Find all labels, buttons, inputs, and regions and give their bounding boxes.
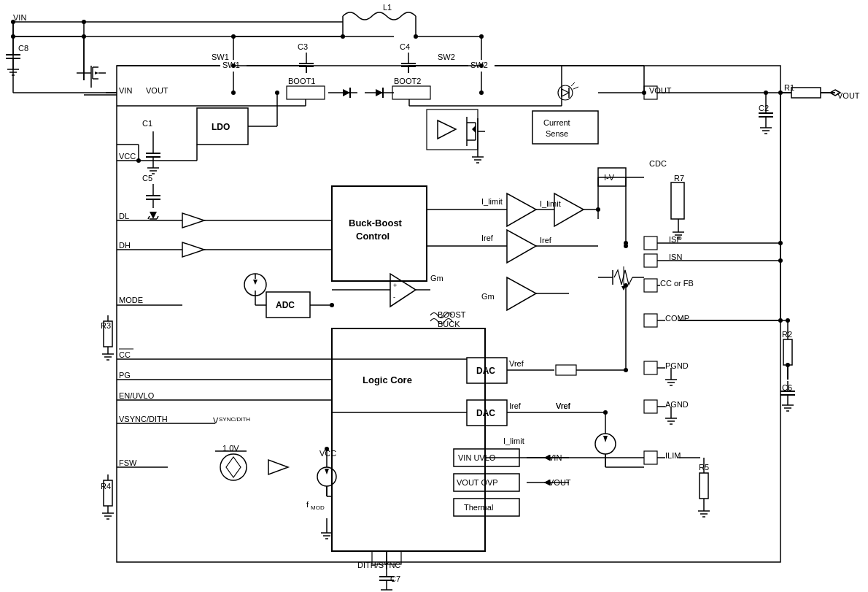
c1-label: C1 [142,119,152,128]
ilimit-label: I_limit [481,197,503,206]
pg-label: PG [119,371,131,380]
buck-boost-label: Buck-Boost [349,218,403,228]
vref2-text: Vref [556,401,571,410]
dac2-label: DAC [476,408,495,418]
sense-label: Sense [546,129,568,138]
gm1-label: Gm [430,274,443,282]
svg-point-296 [330,303,334,307]
c5-label: C5 [142,174,152,182]
iref-right: Iref [540,236,552,245]
boot2-label: BOOT2 [394,77,421,85]
svg-point-261 [778,91,783,95]
svg-point-218 [479,91,484,95]
svg-point-307 [231,64,236,68]
svg-point-312 [479,64,484,68]
dith-sync-label: DITH/SYNC [357,561,400,569]
svg-text:MOD: MOD [311,504,325,511]
adc-label: ADC [276,300,295,310]
ilimit-right: I_limit [540,199,561,208]
svg-point-287 [624,283,628,288]
svg-point-219 [764,91,768,95]
en-uvlo-label: EN/UVLO [119,391,155,400]
i-limit2-label: I_limit [503,437,524,445]
r7-label: R7 [674,174,684,182]
dh-label: DH [119,241,131,250]
pgnd-label: PGND [665,361,689,370]
iref2-label: Iref [509,401,522,410]
logic-core-label: Logic Core [363,374,412,385]
comp-label: COMP [665,314,689,323]
iref-label: Iref [481,234,494,242]
vin-pin-label: VIN [119,86,132,95]
agnd-label: AGND [665,400,689,409]
ilim-label: ILIM [665,451,681,460]
c2-label: C2 [759,104,769,112]
svg-point-252 [596,207,600,212]
sw2-text: SW2 [470,61,488,69]
mode-label: MODE [119,296,143,304]
isn-label: ISN [669,253,682,261]
svg-point-294 [341,34,345,39]
vout-near-ldo: VOUT [146,86,168,95]
r3-label: R3 [101,321,111,330]
thermal-label: Thermal [464,503,493,512]
gm2-label: Gm [481,292,495,301]
svg-point-242 [275,91,279,95]
vcc-label: VCC [119,152,136,161]
cdc-label: CDC [649,159,667,168]
control-label: Control [356,231,390,242]
svg-point-263 [786,318,790,323]
svg-point-257 [778,241,783,245]
vin-label: VIN [13,13,26,22]
isp-label: ISP [669,235,682,244]
vout-pin-label: VOUT [649,86,672,95]
r2-label: R2 [782,330,792,339]
l1-label: L1 [383,3,392,12]
boot1-label: BOOT1 [288,77,315,85]
ldo-label: LDO [212,122,230,132]
svg-point-293 [414,34,418,39]
svg-point-258 [778,258,783,263]
dac1-label: DAC [476,366,495,376]
fsw-label: FSW [119,458,137,467]
r4-label: R4 [101,482,111,491]
svg-point-269 [325,447,329,451]
vref1-label: Vref [509,359,524,368]
svg-point-295 [231,91,236,95]
svg-point-318 [642,91,646,95]
vsync-left: VSYNC/DITH [119,415,168,423]
svg-point-297 [624,244,628,248]
svg-text:-: - [393,293,395,301]
dl-label: DL [119,212,129,220]
c7-label: C7 [390,574,400,583]
svg-point-265 [786,363,790,367]
current-sense-label: Current [543,118,570,127]
svg-text:+: + [393,282,397,289]
sw1-text: SW1 [222,61,240,69]
svg-point-322 [11,20,15,24]
cc-or-fb-label: CC or FB [660,279,694,288]
svg-text:SYNC/DITH: SYNC/DITH [219,416,250,423]
c4-label: C4 [400,42,410,51]
cc-label: CC [119,350,131,359]
c3-label: C3 [298,42,308,51]
c8-label: C8 [18,44,28,53]
svg-point-298 [603,410,608,415]
vout-ovp-label: VOUT OVP [457,478,498,487]
sw2-label: SW2 [438,53,455,61]
circuit-diagram: VIN L1 C8 SW1 SW2 C3 BOOT1 [0,0,868,592]
